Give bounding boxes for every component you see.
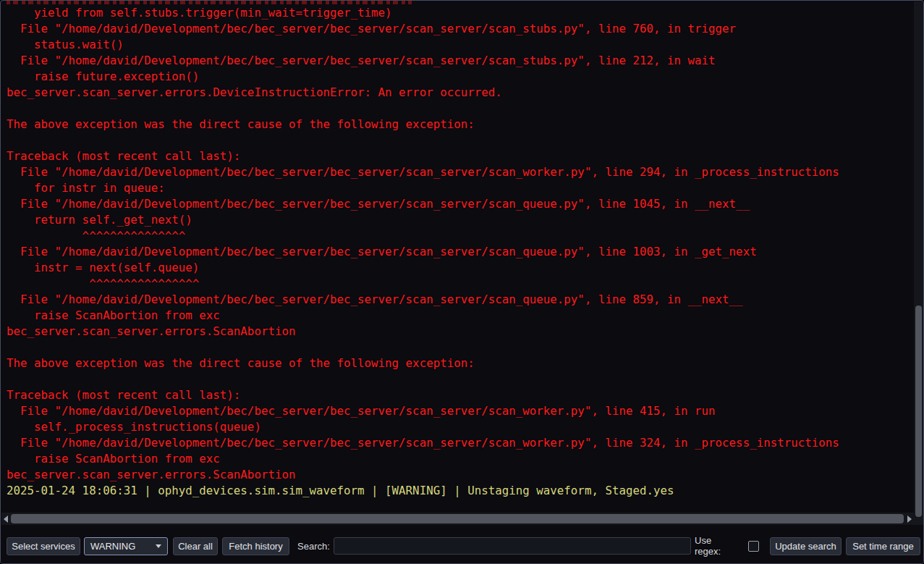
set-time-range-button[interactable]: Set time range (846, 537, 920, 555)
horizontal-scrollbar-handle[interactable] (11, 514, 904, 523)
log-line: File "/home/david/Development/bec/bec_se… (7, 244, 839, 260)
log-line: The above exception was the direct cause… (7, 355, 839, 371)
use-regex-label: Use regex: (695, 535, 737, 557)
log-line: File "/home/david/Development/bec/bec_se… (7, 164, 839, 180)
log-line: File "/home/david/Development/bec/bec_se… (7, 403, 839, 419)
log-line: self._process_instructions(queue) (7, 419, 839, 435)
update-search-button[interactable]: Update search (770, 537, 842, 555)
log-line: status.wait() (7, 37, 839, 53)
log-line (7, 371, 839, 387)
vertical-scrollbar-handle[interactable] (915, 306, 922, 517)
log-level-value: WARNING (90, 541, 135, 552)
log-line: yield from self.stubs.trigger(min_wait=t… (7, 5, 839, 21)
log-line: Traceback (most recent call last): (7, 148, 839, 164)
log-line: File "/home/david/Development/bec/bec_se… (7, 53, 839, 69)
log-line: File "/home/david/Development/bec/bec_se… (7, 21, 839, 37)
toolbar: Select services WARNING Clear all Fetch … (1, 529, 923, 563)
use-regex-checkbox[interactable] (748, 541, 759, 552)
log-line: File "/home/david/Development/bec/bec_se… (7, 292, 839, 308)
fetch-history-button[interactable]: Fetch history (222, 537, 289, 555)
horizontal-scrollbar-track[interactable] (10, 513, 905, 525)
select-services-button[interactable]: Select services (7, 537, 80, 555)
log-output[interactable]: yield from self.stubs.trigger(min_wait=t… (1, 1, 914, 512)
horizontal-scrollbar[interactable] (1, 513, 914, 525)
chevron-down-icon (156, 544, 161, 548)
log-line: raise future.exception() (7, 69, 839, 85)
clipped-log-line (7, 1, 412, 4)
log-line: Traceback (most recent call last): (7, 387, 839, 403)
scroll-right-arrow-icon[interactable] (905, 513, 914, 525)
vertical-scrollbar[interactable] (914, 1, 923, 525)
log-line: bec_server.scan_server.errors.DeviceInst… (7, 85, 839, 101)
log-line (7, 340, 839, 355)
log-line: bec_server.scan_server.errors.ScanAborti… (7, 324, 839, 340)
log-line (7, 101, 839, 117)
search-input[interactable] (334, 537, 691, 555)
log-line: return self._get_next() (7, 212, 839, 228)
log-viewer-window: yield from self.stubs.trigger(min_wait=t… (0, 0, 924, 564)
log-line: ^^^^^^^^^^^^^^^ (7, 228, 839, 244)
search-label: Search: (297, 541, 328, 552)
log-line: raise ScanAbortion from exc (7, 451, 839, 467)
log-line: bec_server.scan_server.errors.ScanAborti… (7, 467, 839, 483)
log-line: for instr in queue: (7, 180, 839, 196)
log-level-dropdown[interactable]: WARNING (84, 537, 168, 555)
scroll-left-arrow-icon[interactable] (1, 513, 10, 525)
log-line: ^^^^^^^^^^^^^^^^ (7, 276, 839, 292)
log-line (7, 132, 839, 148)
clear-all-button[interactable]: Clear all (173, 537, 218, 555)
log-line: File "/home/david/Development/bec/bec_se… (7, 435, 839, 451)
log-line: File "/home/david/Development/bec/bec_se… (7, 196, 839, 212)
log-lines: yield from self.stubs.trigger(min_wait=t… (1, 5, 839, 499)
log-line: raise ScanAbortion from exc (7, 308, 839, 324)
log-line: 2025-01-24 18:06:31 | ophyd_devices.sim.… (7, 483, 839, 499)
log-line: instr = next(self.queue) (7, 260, 839, 276)
log-line: The above exception was the direct cause… (7, 117, 839, 132)
